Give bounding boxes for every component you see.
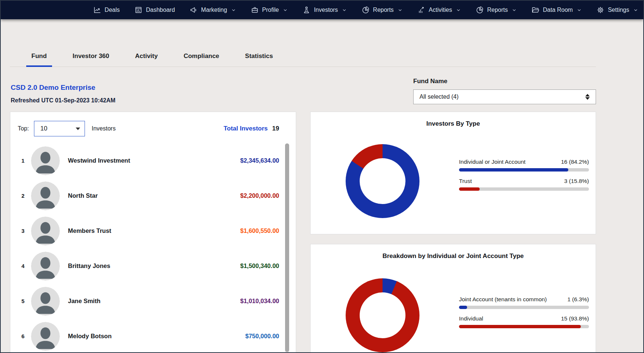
top-count-value: 10 xyxy=(40,125,47,132)
nav-item-marketing[interactable]: Marketing xyxy=(190,6,236,14)
nav-item-label: Dashboard xyxy=(146,7,175,13)
nav-item-label: Deals xyxy=(105,7,120,13)
legend-entry: Individual or Joint Account16 (84.2%) xyxy=(459,159,589,172)
investor-row[interactable]: 4 Brittany Jones $1,500,340.00 xyxy=(10,248,296,284)
tab-statistics[interactable]: Statistics xyxy=(240,52,278,67)
investor-icon xyxy=(302,6,311,14)
nav-item-deals[interactable]: Deals xyxy=(93,6,120,14)
legend-bar-fill xyxy=(459,325,581,328)
investor-name: North Star xyxy=(68,192,98,199)
top-count-select[interactable]: 10 xyxy=(34,121,85,136)
chevron-down-icon xyxy=(398,8,402,13)
gear-icon xyxy=(596,6,604,14)
briefcase-icon xyxy=(251,6,259,14)
nav-item-settings[interactable]: Settings xyxy=(596,6,638,14)
bar-chart-icon xyxy=(417,6,425,14)
chevron-down-icon xyxy=(633,8,638,13)
investor-name: Jane Smith xyxy=(68,298,100,305)
legend-bar-track xyxy=(459,325,589,328)
chart-legend: Individual or Joint Account16 (84.2%)Tru… xyxy=(459,159,589,197)
investor-name: Members Trust xyxy=(68,227,111,234)
legend-entry: Individual15 (93.8%) xyxy=(459,315,589,328)
folder-icon xyxy=(531,6,539,14)
investor-rank: 5 xyxy=(21,298,31,304)
refreshed-timestamp: Refreshed UTC 01-Sep-2023 10:42AM xyxy=(11,97,116,104)
app-window: Deals Dashboard Marketing Profile xyxy=(0,0,644,353)
legend-value: 16 (84.2%) xyxy=(561,159,589,165)
investor-amount: $1,500,340.00 xyxy=(240,262,279,269)
trend-chart-icon xyxy=(93,6,101,14)
top-label: Top: xyxy=(18,125,29,132)
legend-bar-fill xyxy=(459,187,480,191)
tab-fund[interactable]: Fund xyxy=(26,52,52,67)
investor-rank: 6 xyxy=(21,333,31,339)
nav-item-label: Reports xyxy=(487,7,508,13)
legend-bar-fill xyxy=(459,168,568,172)
megaphone-icon xyxy=(190,6,198,14)
donut-chart xyxy=(346,144,419,218)
avatar xyxy=(31,181,60,210)
investor-list: 1 Westwind Investment $2,345,634.00 2 xyxy=(10,136,296,353)
select-spinner-icon xyxy=(585,94,590,100)
investor-row[interactable]: 3 Members Trust $1,600,550.00 xyxy=(10,213,296,248)
legend-entry: Joint Account (tenants in common)1 (6.3%… xyxy=(459,296,589,309)
fund-title-link[interactable]: CSD 2.0 Demo Enterprise xyxy=(11,84,95,92)
chevron-down-icon xyxy=(456,8,461,13)
nav-item-data-room[interactable]: Data Room xyxy=(531,6,582,14)
investor-rank: 3 xyxy=(21,228,31,234)
investor-name: Melody Botson xyxy=(68,333,112,340)
tab-activity[interactable]: Activity xyxy=(130,52,163,67)
nav-item-profile[interactable]: Profile xyxy=(251,6,288,14)
nav-item-label: Activities xyxy=(429,7,452,13)
nav-item-label: Marketing xyxy=(201,7,227,13)
legend-label: Trust xyxy=(459,178,472,184)
tab-investor-360[interactable]: Investor 360 xyxy=(68,52,114,67)
investor-name: Westwind Investment xyxy=(68,157,130,164)
caret-down-icon xyxy=(76,128,80,130)
legend-bar-track xyxy=(459,306,589,309)
list-scrollbar[interactable] xyxy=(285,143,289,353)
scrollbar-thumb[interactable] xyxy=(285,143,289,352)
legend-label: Joint Account (tenants in common) xyxy=(459,296,547,303)
fund-name-label: Fund Name xyxy=(413,78,448,85)
investors-by-type-card: Investors By Type Individual or Joint Ac… xyxy=(310,112,596,234)
total-investors-count: 19 xyxy=(272,125,279,132)
tab-compliance[interactable]: Compliance xyxy=(178,52,224,67)
legend-label: Individual xyxy=(459,315,483,322)
nav-item-label: Investors xyxy=(314,7,338,13)
total-investors: Total Investors 19 xyxy=(223,125,279,132)
investor-rank: 2 xyxy=(21,193,31,199)
top-investors-card: Top: 10 Investors Total Investors 19 1 xyxy=(10,112,296,353)
legend-bar-track xyxy=(459,168,589,172)
chart-legend: Joint Account (tenants in common)1 (6.3%… xyxy=(459,296,589,335)
nav-item-reports[interactable]: Reports xyxy=(362,6,402,14)
legend-bar-fill xyxy=(459,306,467,309)
breakdown-by-account-type-card: Breakdown by Individual or Joint Account… xyxy=(310,244,596,353)
avatar xyxy=(31,217,60,245)
investor-row[interactable]: 2 North Star $2,200,000.00 xyxy=(10,178,296,213)
fund-name-selected-value: All selected (4) xyxy=(419,94,459,100)
tab-bar: Fund Investor 360 Activity Compliance St… xyxy=(10,44,596,67)
investor-row[interactable]: 1 Westwind Investment $2,345,634.00 xyxy=(10,143,296,178)
nav-item-label: Profile xyxy=(262,7,279,13)
fund-name-select[interactable]: All selected (4) xyxy=(413,89,596,104)
total-investors-label[interactable]: Total Investors xyxy=(223,125,268,132)
chart-title: Breakdown by Individual or Joint Account… xyxy=(311,252,596,260)
investors-suffix-label: Investors xyxy=(92,125,116,132)
nav-item-label: Data Room xyxy=(543,7,573,13)
nav-item-activities[interactable]: Activities xyxy=(417,6,461,14)
investor-amount: $2,200,000.00 xyxy=(240,192,279,199)
nav-item-investors[interactable]: Investors xyxy=(302,6,347,14)
investor-row[interactable]: 5 Jane Smith $1,010,034.00 xyxy=(10,284,296,319)
nav-item-dashboard[interactable]: Dashboard xyxy=(134,6,175,14)
chart-title: Investors By Type xyxy=(311,120,596,128)
investor-amount: $2,345,634.00 xyxy=(240,157,279,164)
chevron-down-icon xyxy=(283,8,288,13)
investor-row[interactable]: 6 Melody Botson $750,000.00 xyxy=(10,319,296,353)
pie-chart-icon xyxy=(476,6,484,14)
nav-item-reports[interactable]: Reports xyxy=(476,6,517,14)
nav-item-label: Settings xyxy=(608,7,629,13)
avatar xyxy=(31,322,60,351)
chevron-down-icon xyxy=(577,8,582,13)
donut-chart xyxy=(346,278,419,352)
